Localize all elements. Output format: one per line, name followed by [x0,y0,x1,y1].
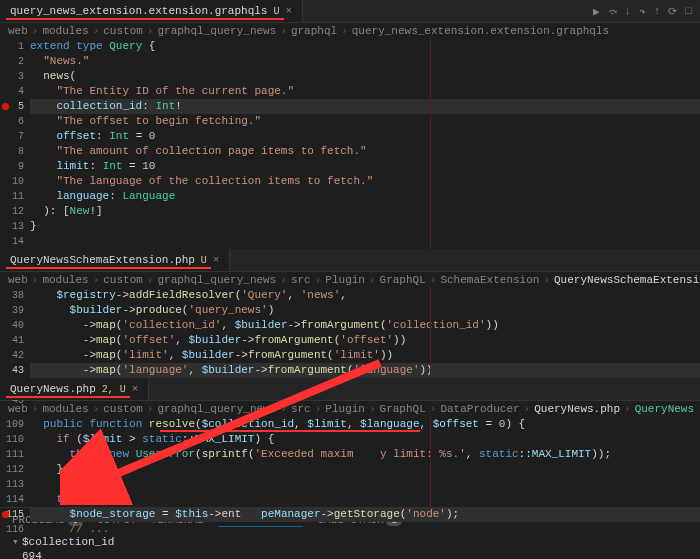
line-number[interactable]: 116 [0,522,24,537]
code-line[interactable]: "News." [30,54,700,69]
line-number[interactable]: 39 [0,303,24,318]
code-line[interactable]: ->map('language', $builder->fromArgument… [30,363,700,378]
code-area[interactable]: extend type Query { "News." news( "The E… [30,39,700,249]
code-line[interactable]: ->map('offset', $builder->fromArgument('… [30,333,700,348]
code-line[interactable]: } [30,219,700,234]
chevron-icon[interactable]: ▾ [12,535,22,549]
tab-label: query_news_extension.extension.graphqls [10,5,267,17]
code-line[interactable]: // ... [30,522,700,537]
breadcrumb-segment[interactable]: graphql [291,25,337,37]
code-line[interactable]: offset: Int = 0 [30,129,700,144]
debug-console-line[interactable]: 694 [12,549,688,559]
line-number[interactable]: 11 [0,189,24,204]
code-line[interactable]: "The Entity ID of the current page." [30,84,700,99]
line-number[interactable]: 13 [0,219,24,234]
breadcrumb-segment[interactable]: web [8,25,28,37]
annotation-underline [6,18,284,20]
editor-ruler [430,288,431,378]
debug-step-out-icon[interactable]: ↑ [654,5,661,18]
line-number[interactable]: 3 [0,69,24,84]
tab-query-news[interactable]: QueryNews.php 2, U × [0,378,149,400]
code-line[interactable]: extend type Query { [30,39,700,54]
breadcrumb-segment[interactable]: modules [42,274,88,286]
line-number[interactable]: 114 [0,492,24,507]
line-number[interactable]: 40 [0,318,24,333]
line-number[interactable]: 7 [0,129,24,144]
breadcrumb-top[interactable]: web›modules›custom›graphql_query_news›gr… [0,23,700,39]
code-line[interactable]: if ($limit > static::MAX_LIMIT) { [30,432,700,447]
editor-ruler [430,417,431,507]
code-line[interactable]: ->map('collection_id', $builder->fromArg… [30,318,700,333]
code-area[interactable]: public function resolve($collection_id, … [30,417,700,537]
debug-restart-icon[interactable]: ⟳ [668,5,677,18]
line-number[interactable]: 6 [0,114,24,129]
breadcrumb-segment[interactable]: graphql_query_news [157,274,276,286]
tab-modified-badge: U [201,255,207,266]
debug-step-over-icon[interactable]: ↷ [639,5,646,18]
code-line[interactable]: ->map('limit', $builder->fromArgument('l… [30,348,700,363]
line-number[interactable]: 2 [0,54,24,69]
line-number[interactable]: 5 [0,99,24,114]
breadcrumb-segment[interactable]: web [8,274,28,286]
breadcrumb-segment[interactable]: query_news_extension.extension.graphqls [352,25,609,37]
debug-stop-icon[interactable]: □ [685,5,692,18]
code-line[interactable]: limit: Int = 10 [30,159,700,174]
breadcrumb-segment[interactable]: modules [42,25,88,37]
line-number[interactable]: 38 [0,288,24,303]
line-number[interactable]: 4 [0,84,24,99]
line-number[interactable]: 12 [0,204,24,219]
code-line[interactable]: } [30,462,700,477]
editor-ruler [430,39,431,249]
code-line[interactable]: "The offset to begin fetching." [30,114,700,129]
breadcrumb-segment[interactable]: src [291,274,311,286]
line-number[interactable]: 42 [0,348,24,363]
close-icon[interactable]: × [213,254,220,266]
line-number[interactable]: 9 [0,159,24,174]
breadcrumb-symbol[interactable]: QueryNewsSchemaExtension.php [554,274,700,286]
code-line[interactable]: $builder->produce('query_news') [30,303,700,318]
code-line[interactable]: language: Language [30,189,700,204]
code-line[interactable]: "The amount of collection page items to … [30,144,700,159]
debug-step-into-icon[interactable]: ↓ [625,5,632,18]
line-number[interactable]: 10 [0,174,24,189]
debug-console-line[interactable]: ▾$collection_id [12,535,688,549]
editor-bot[interactable]: 109110111112113114115116 public function… [0,417,700,507]
code-line[interactable] [30,234,700,249]
breadcrumb-segment[interactable]: custom [103,274,143,286]
breadcrumb-segment[interactable]: graphql_query_news [157,25,276,37]
line-number[interactable]: 41 [0,333,24,348]
editor-mid[interactable]: 3839404142434445 $registry->addFieldReso… [0,288,700,378]
debug-continue-icon[interactable]: ▶ [593,5,600,18]
line-number[interactable]: 43 [0,363,24,378]
line-number[interactable]: 113 [0,477,24,492]
breadcrumb-segment[interactable]: GraphQL [380,274,426,286]
line-number[interactable]: 111 [0,447,24,462]
code-line[interactable]: "The language of the collection items to… [30,174,700,189]
line-number[interactable]: 14 [0,234,24,249]
tab-schema-extension[interactable]: QueryNewsSchemaExtension.php U × [0,249,230,271]
line-number[interactable]: 1 [0,39,24,54]
code-line[interactable]: public function resolve($collection_id, … [30,417,700,432]
code-line[interactable]: $node_storage = $this->ent peManager->ge… [30,507,700,522]
code-line[interactable]: $registry->addFieldResolver('Query', 'ne… [30,288,700,303]
line-number[interactable]: 109 [0,417,24,432]
line-number[interactable]: 8 [0,144,24,159]
breadcrumb-segment[interactable]: custom [103,25,143,37]
debug-step-over-icon[interactable]: ⤼ [608,5,617,18]
close-icon[interactable]: × [285,5,292,17]
line-number[interactable]: 110 [0,432,24,447]
breadcrumb-mid[interactable]: web›modules›custom›graphql_query_news›sr… [0,272,700,288]
code-line[interactable]: ): [New!] [30,204,700,219]
breadcrumb-segment[interactable]: SchemaExtension [440,274,539,286]
code-line[interactable]: try { [30,492,700,507]
close-icon[interactable]: × [132,383,139,395]
code-line[interactable]: throw new UserError(sprintf('Exceeded ma… [30,447,700,462]
tab-graphqls[interactable]: query_news_extension.extension.graphqls … [0,0,303,22]
line-number[interactable]: 115 [0,507,24,522]
code-line[interactable]: collection_id: Int! [30,99,700,114]
code-line[interactable]: news( [30,69,700,84]
code-line[interactable] [30,477,700,492]
line-number[interactable]: 112 [0,462,24,477]
breadcrumb-segment[interactable]: Plugin [325,274,365,286]
editor-top[interactable]: 1234567891011121314 extend type Query { … [0,39,700,249]
